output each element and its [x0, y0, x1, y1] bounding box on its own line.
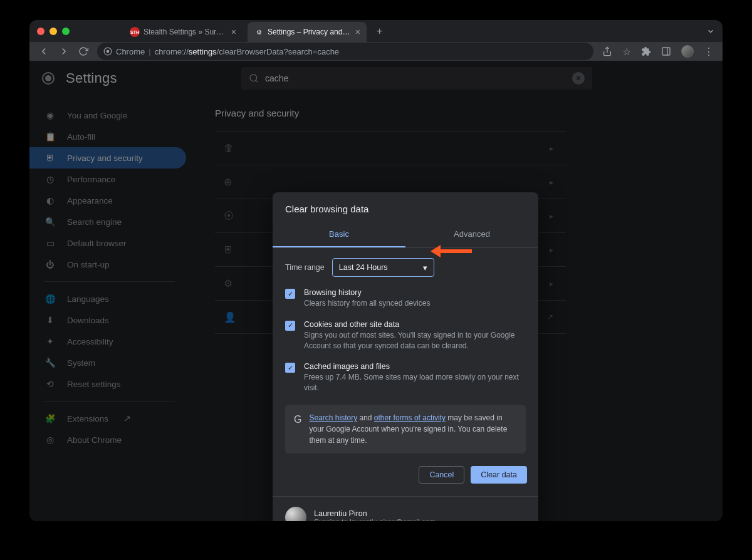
- reload-icon[interactable]: [78, 46, 88, 56]
- clear-data-button[interactable]: Clear data: [471, 466, 527, 484]
- tab-title: Stealth Settings » Sursa de tut: [144, 28, 227, 36]
- google-icon: G: [294, 412, 301, 446]
- maximize-window-button[interactable]: [62, 28, 70, 35]
- gear-icon: ⚙: [254, 27, 264, 37]
- modal-title: Clear browsing data: [273, 192, 538, 222]
- extensions-icon[interactable]: [641, 46, 651, 56]
- checkbox[interactable]: ✓: [285, 321, 295, 331]
- sidepanel-icon[interactable]: [661, 46, 671, 56]
- time-range-label: Time range: [285, 263, 325, 272]
- checkbox[interactable]: ✓: [285, 363, 295, 373]
- browser-window: STH Stealth Settings » Sursa de tut × ⚙ …: [29, 20, 723, 521]
- toolbar: Chrome | chrome://settings/clearBrowserD…: [29, 42, 723, 61]
- favicon-icon: STH: [130, 27, 140, 37]
- checkbox[interactable]: ✓: [285, 289, 295, 299]
- profile-avatar[interactable]: [681, 45, 694, 58]
- tab-advanced[interactable]: Advanced: [405, 222, 538, 247]
- close-tab-icon[interactable]: ×: [231, 27, 236, 37]
- time-range-select[interactable]: Last 24 Hours ▾: [332, 258, 434, 277]
- profile-name: Laurentiu Piron: [314, 509, 436, 518]
- option-description: Frees up 7.4 MB. Some sites may load mor…: [304, 372, 526, 393]
- chevron-down-icon: ▾: [423, 263, 427, 272]
- clear-option-row: ✓Cookies and other site dataSigns you ou…: [285, 320, 526, 351]
- url-segment: Chrome: [116, 47, 145, 56]
- minimize-window-button[interactable]: [50, 28, 57, 35]
- browser-tab[interactable]: ⚙ Settings – Privacy and security ×: [248, 22, 367, 42]
- window-controls: [37, 28, 70, 35]
- option-title: Browsing history: [304, 288, 430, 297]
- toolbar-actions: ☆ ⋮: [602, 45, 714, 58]
- settings-page: Settings ✕ ◉You and Google📋Auto-fill⛨Pri…: [29, 61, 723, 521]
- cancel-button[interactable]: Cancel: [419, 466, 464, 484]
- option-title: Cached images and files: [304, 362, 526, 371]
- info-box: G Search history and other forms of acti…: [285, 405, 526, 454]
- profile-section: Laurentiu Piron Syncing to laurentiu.pir…: [273, 496, 538, 521]
- tabs-dropdown-icon[interactable]: [706, 27, 715, 36]
- menu-icon[interactable]: ⋮: [704, 46, 714, 58]
- share-icon[interactable]: [602, 46, 612, 56]
- clear-option-row: ✓Browsing historyClears history from all…: [285, 288, 526, 309]
- option-description: Clears history from all synced devices: [304, 298, 430, 309]
- option-title: Cookies and other site data: [304, 320, 526, 329]
- titlebar: STH Stealth Settings » Sursa de tut × ⚙ …: [29, 20, 723, 42]
- forward-icon[interactable]: [58, 46, 70, 57]
- svg-point-1: [107, 50, 110, 53]
- search-history-link[interactable]: Search history: [309, 413, 357, 422]
- bookmark-icon[interactable]: ☆: [622, 46, 631, 58]
- clear-option-row: ✓Cached images and filesFrees up 7.4 MB.…: [285, 362, 526, 393]
- new-tab-button[interactable]: +: [377, 26, 382, 37]
- other-activity-link[interactable]: other forms of activity: [374, 413, 446, 422]
- option-description: Signs you out of most sites. You'll stay…: [304, 330, 526, 351]
- browser-tab[interactable]: STH Stealth Settings » Sursa de tut ×: [123, 22, 243, 42]
- modal-buttons: Cancel Clear data: [273, 456, 538, 496]
- tab-title: Settings – Privacy and security: [268, 28, 352, 36]
- annotation-arrow: [431, 245, 472, 257]
- address-bar[interactable]: Chrome | chrome://settings/clearBrowserD…: [97, 43, 593, 60]
- close-window-button[interactable]: [37, 28, 44, 35]
- clear-data-modal: Clear browsing data Basic Advanced Time …: [273, 192, 538, 521]
- svg-rect-3: [662, 48, 670, 55]
- chrome-icon: [103, 47, 112, 56]
- back-icon[interactable]: [38, 46, 50, 57]
- modal-tabs: Basic Advanced: [273, 222, 538, 248]
- close-tab-icon[interactable]: ×: [355, 27, 360, 37]
- profile-avatar: [285, 507, 306, 521]
- select-value: Last 24 Hours: [339, 263, 388, 272]
- profile-sync-text: Syncing to laurentiu.piron@gmail.com: [314, 518, 436, 521]
- tab-basic[interactable]: Basic: [273, 222, 405, 247]
